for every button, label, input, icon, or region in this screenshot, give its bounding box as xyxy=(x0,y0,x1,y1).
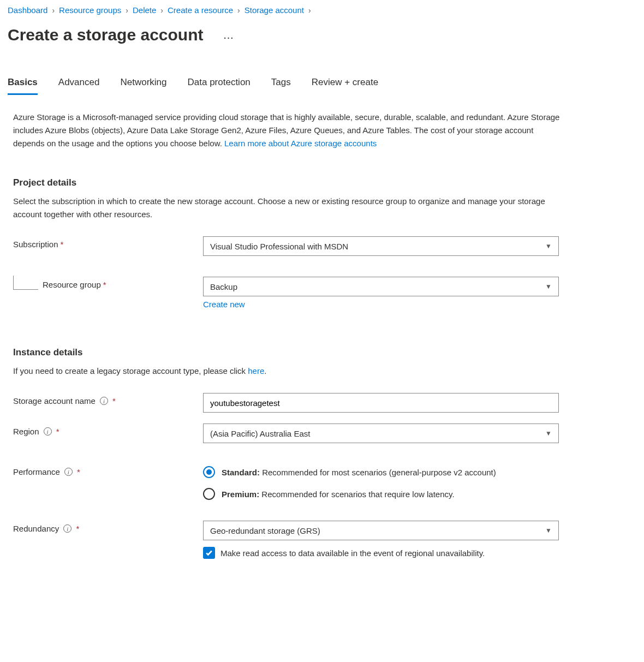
chevron-right-icon: › xyxy=(52,6,55,15)
chevron-down-icon: ▼ xyxy=(545,242,552,250)
breadcrumb-item[interactable]: Resource groups xyxy=(59,5,121,15)
storage-account-name-input[interactable] xyxy=(203,393,559,413)
redundancy-value: Geo-redundant storage (GRS) xyxy=(210,526,320,535)
chevron-right-icon: › xyxy=(237,6,240,15)
region-label: Region xyxy=(13,427,39,436)
perf-standard-rest: Recommended for most scenarios (general-… xyxy=(260,468,496,477)
subscription-value: Visual Studio Professional with MSDN xyxy=(210,242,348,251)
required-marker: * xyxy=(74,524,79,533)
required-marker: * xyxy=(75,467,80,476)
project-details-desc: Select the subscription in which to crea… xyxy=(13,195,564,221)
required-marker: * xyxy=(61,240,64,249)
storage-account-name-label: Storage account name xyxy=(13,396,96,405)
instance-details-header: Instance details xyxy=(13,347,564,358)
redundancy-select[interactable]: Geo-redundant storage (GRS) ▼ xyxy=(203,521,559,540)
tab-tags[interactable]: Tags xyxy=(271,77,291,95)
perf-premium-rest: Recommended for scenarios that require l… xyxy=(259,490,454,499)
breadcrumb: Dashboard › Resource groups › Delete › C… xyxy=(8,5,636,15)
chevron-right-icon: › xyxy=(308,6,311,15)
indent-connector-icon xyxy=(13,276,38,290)
chevron-down-icon: ▼ xyxy=(545,527,552,534)
instance-desc-prefix: If you need to create a legacy storage a… xyxy=(13,366,248,375)
tab-networking[interactable]: Networking xyxy=(120,77,166,95)
perf-premium-bold: Premium: xyxy=(222,490,259,499)
read-access-checkbox[interactable] xyxy=(203,547,215,559)
subscription-select[interactable]: Visual Studio Professional with MSDN ▼ xyxy=(203,236,559,256)
tab-list: Basics Advanced Networking Data protecti… xyxy=(8,77,636,96)
required-marker: * xyxy=(110,396,116,405)
create-new-resource-group-link[interactable]: Create new xyxy=(203,300,245,309)
breadcrumb-item[interactable]: Create a resource xyxy=(168,5,233,15)
info-icon[interactable]: i xyxy=(63,524,71,533)
required-marker: * xyxy=(54,427,59,436)
legacy-account-link[interactable]: here xyxy=(248,366,264,375)
tab-basics[interactable]: Basics xyxy=(8,77,38,95)
redundancy-label: Redundancy xyxy=(13,524,59,533)
performance-label: Performance xyxy=(13,467,60,476)
region-value: (Asia Pacific) Australia East xyxy=(210,429,310,438)
chevron-down-icon: ▼ xyxy=(545,430,552,437)
info-icon[interactable]: i xyxy=(44,427,52,436)
tab-data-protection[interactable]: Data protection xyxy=(188,77,251,95)
page-title: Create a storage account xyxy=(8,26,203,44)
required-marker: * xyxy=(103,280,106,289)
tab-advanced[interactable]: Advanced xyxy=(58,77,100,95)
more-actions-icon[interactable]: … xyxy=(223,29,234,40)
breadcrumb-item[interactable]: Storage account xyxy=(245,5,304,15)
intro-paragraph: Azure Storage is a Microsoft-managed ser… xyxy=(13,111,564,150)
instance-desc-suffix: . xyxy=(264,366,266,375)
info-icon[interactable]: i xyxy=(64,468,73,476)
performance-premium-radio[interactable] xyxy=(203,488,215,500)
learn-more-link[interactable]: Learn more about Azure storage accounts xyxy=(224,139,377,148)
resource-group-label: Resource group xyxy=(43,280,101,289)
subscription-label: Subscription xyxy=(13,240,58,249)
info-icon[interactable]: i xyxy=(100,397,108,405)
chevron-right-icon: › xyxy=(160,6,163,15)
perf-standard-bold: Standard: xyxy=(222,468,260,477)
performance-standard-label[interactable]: Standard: Recommended for most scenarios… xyxy=(222,468,496,477)
checkmark-icon xyxy=(205,549,213,557)
chevron-down-icon: ▼ xyxy=(545,283,552,290)
resource-group-select[interactable]: Backup ▼ xyxy=(203,277,559,296)
resource-group-value: Backup xyxy=(210,282,237,291)
chevron-right-icon: › xyxy=(126,6,128,15)
performance-standard-radio[interactable] xyxy=(203,466,215,478)
project-details-header: Project details xyxy=(13,177,564,188)
breadcrumb-item[interactable]: Delete xyxy=(133,5,156,15)
breadcrumb-item[interactable]: Dashboard xyxy=(8,5,47,15)
instance-details-desc: If you need to create a legacy storage a… xyxy=(13,365,564,378)
read-access-label[interactable]: Make read access to data available in th… xyxy=(220,548,485,558)
tab-review-create[interactable]: Review + create xyxy=(312,77,378,95)
region-select[interactable]: (Asia Pacific) Australia East ▼ xyxy=(203,424,559,443)
performance-premium-label[interactable]: Premium: Recommended for scenarios that … xyxy=(222,490,455,499)
